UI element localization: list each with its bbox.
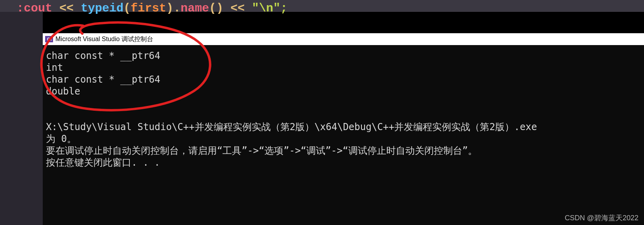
editor-code-line-top: :cout << typeid(first).name() << "\n"; [0,0,644,12]
code-token: << [223,2,252,15]
console-output[interactable]: char const * __ptr64 int char const * __… [43,45,644,168]
editor-gutter [0,0,43,225]
console-line: 要在调试停止时自动关闭控制台，请启用“工具”->“选项”->“调试”->“调试停… [46,145,477,156]
code-token: :cout [17,2,52,15]
code-token: name [180,2,209,15]
console-titlebar[interactable]: C:\ Microsoft Visual Studio 调试控制台 [43,33,644,45]
code-token: ( [123,2,131,15]
console-line: char const * __ptr64 [46,74,160,85]
code-token: typeid [81,2,123,15]
console-icon: C:\ [45,36,53,42]
console-line: X:\Study\Visual Studio\C++并发编程实例实战（第2版）\… [46,121,537,132]
code-token: . [173,2,180,15]
console-line: double [46,86,80,97]
code-token: << [52,2,81,15]
code-token: () [209,2,223,15]
console-line: char const * __ptr64 [46,50,160,61]
debug-console-window[interactable]: C:\ Microsoft Visual Studio 调试控制台 char c… [43,33,644,225]
code-token: first [131,2,166,15]
console-line: int [46,62,63,73]
console-line: 按任意键关闭此窗口. . . [46,157,160,168]
console-line: 为 0。 [46,133,76,144]
code-token: ) [166,2,173,15]
code-token: "\n"; [252,2,287,15]
console-title: Microsoft Visual Studio 调试控制台 [55,35,153,43]
watermark: CSDN @碧海蓝天2022 [565,213,638,223]
